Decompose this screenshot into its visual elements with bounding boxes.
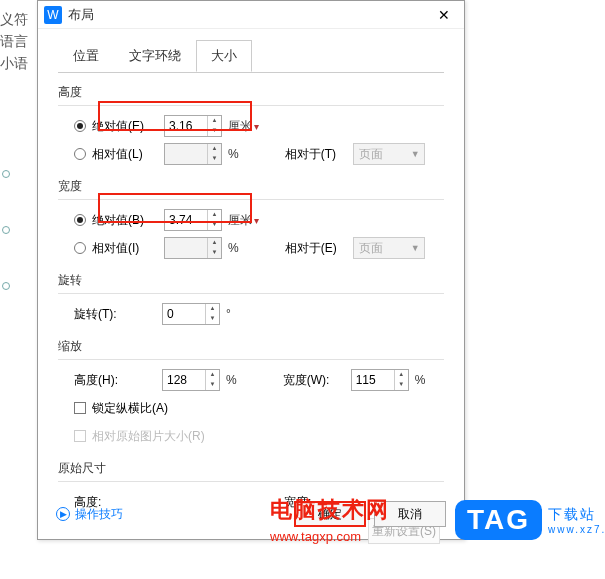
dialog-title: 布局 bbox=[68, 6, 430, 24]
background-text: 义符 bbox=[0, 8, 28, 30]
spinner-up-icon[interactable]: ▲ bbox=[206, 304, 219, 314]
spinner-up-icon[interactable]: ▲ bbox=[208, 210, 221, 220]
label-scale-width: 宽度(W): bbox=[283, 372, 351, 389]
rotate-input[interactable] bbox=[163, 304, 205, 324]
unit-percent: % bbox=[415, 373, 426, 387]
label-relative-to-t: 相对于(T) bbox=[285, 146, 353, 163]
unit-percent: % bbox=[228, 147, 239, 161]
radio-relative-l[interactable] bbox=[74, 148, 86, 160]
unit-percent: % bbox=[226, 373, 237, 387]
spinner-down-icon: ▼ bbox=[208, 248, 221, 258]
height-absolute-spinner[interactable]: ▲▼ bbox=[164, 115, 222, 137]
section-rotate: 旋转 bbox=[58, 272, 444, 289]
play-icon: ▶ bbox=[56, 507, 70, 521]
label-absolute-b: 绝对值(B) bbox=[92, 212, 164, 229]
tips-link[interactable]: ▶ 操作技巧 bbox=[56, 506, 123, 523]
width-relative-input bbox=[165, 238, 207, 258]
relative-to-t-combo: 页面▼ bbox=[353, 143, 425, 165]
selection-handle[interactable] bbox=[2, 282, 10, 290]
selection-handle[interactable] bbox=[2, 170, 10, 178]
label-relative-l: 相对值(L) bbox=[92, 146, 164, 163]
unit-degree: ° bbox=[226, 307, 231, 321]
spinner-up-icon[interactable]: ▲ bbox=[206, 370, 219, 380]
selection-handle[interactable] bbox=[2, 226, 10, 234]
section-orig: 原始尺寸 bbox=[58, 460, 444, 477]
label-rotate-t: 旋转(T): bbox=[74, 306, 162, 323]
radio-relative-i[interactable] bbox=[74, 242, 86, 254]
section-height: 高度 bbox=[58, 84, 444, 101]
app-logo-icon: W bbox=[44, 6, 62, 24]
spinner-down-icon[interactable]: ▼ bbox=[395, 380, 408, 390]
width-absolute-input[interactable] bbox=[165, 210, 207, 230]
ok-button[interactable]: 确定 bbox=[294, 501, 366, 527]
section-width: 宽度 bbox=[58, 178, 444, 195]
tab-size[interactable]: 大小 bbox=[196, 40, 252, 72]
relative-to-e-combo: 页面▼ bbox=[353, 237, 425, 259]
background-text: 小语 bbox=[0, 52, 28, 74]
section-scale: 缩放 bbox=[58, 338, 444, 355]
height-relative-input bbox=[165, 144, 207, 164]
tab-wrap[interactable]: 文字环绕 bbox=[114, 40, 196, 72]
layout-dialog: W 布局 ✕ 位置 文字环绕 大小 高度 绝对值(E) ▲▼ 厘米 bbox=[37, 0, 465, 540]
label-scale-height: 高度(H): bbox=[74, 372, 162, 389]
label-absolute-e: 绝对值(E) bbox=[92, 118, 164, 135]
spinner-up-icon[interactable]: ▲ bbox=[208, 116, 221, 126]
background-text: 语言 bbox=[0, 30, 28, 52]
checkbox-lock-aspect[interactable] bbox=[74, 402, 86, 414]
radio-absolute-b[interactable] bbox=[74, 214, 86, 226]
spinner-down-icon[interactable]: ▼ bbox=[208, 126, 221, 136]
spinner-up-icon[interactable]: ▲ bbox=[395, 370, 408, 380]
scale-width-spinner[interactable]: ▲▼ bbox=[351, 369, 409, 391]
label-lock-aspect: 锁定纵横比(A) bbox=[92, 400, 168, 417]
checkbox-rel-orig bbox=[74, 430, 86, 442]
chevron-down-icon: ▼ bbox=[411, 149, 420, 159]
cancel-button[interactable]: 取消 bbox=[374, 501, 446, 527]
tips-label: 操作技巧 bbox=[75, 506, 123, 523]
label-rel-orig: 相对原始图片大小(R) bbox=[92, 428, 205, 445]
tag-badge-overlay: TAG 下载站 www.xz7.com bbox=[455, 500, 605, 540]
width-absolute-spinner[interactable]: ▲▼ bbox=[164, 209, 222, 231]
spinner-up-icon: ▲ bbox=[208, 144, 221, 154]
rotate-spinner[interactable]: ▲▼ bbox=[162, 303, 220, 325]
tab-position[interactable]: 位置 bbox=[58, 40, 114, 72]
width-relative-spinner: ▲▼ bbox=[164, 237, 222, 259]
label-relative-to-e: 相对于(E) bbox=[285, 240, 353, 257]
scale-width-input[interactable] bbox=[352, 370, 394, 390]
spinner-up-icon: ▲ bbox=[208, 238, 221, 248]
spinner-down-icon[interactable]: ▼ bbox=[206, 314, 219, 324]
unit-cm-dropdown[interactable]: 厘米 bbox=[228, 212, 259, 229]
spinner-down-icon[interactable]: ▼ bbox=[208, 220, 221, 230]
spinner-down-icon: ▼ bbox=[208, 154, 221, 164]
unit-cm-dropdown[interactable]: 厘米 bbox=[228, 118, 259, 135]
spinner-down-icon[interactable]: ▼ bbox=[206, 380, 219, 390]
label-relative-i: 相对值(I) bbox=[92, 240, 164, 257]
scale-height-input[interactable] bbox=[163, 370, 205, 390]
unit-percent: % bbox=[228, 241, 239, 255]
chevron-down-icon: ▼ bbox=[411, 243, 420, 253]
height-relative-spinner: ▲▼ bbox=[164, 143, 222, 165]
height-absolute-input[interactable] bbox=[165, 116, 207, 136]
radio-absolute-e[interactable] bbox=[74, 120, 86, 132]
scale-height-spinner[interactable]: ▲▼ bbox=[162, 369, 220, 391]
close-icon[interactable]: ✕ bbox=[430, 1, 458, 29]
